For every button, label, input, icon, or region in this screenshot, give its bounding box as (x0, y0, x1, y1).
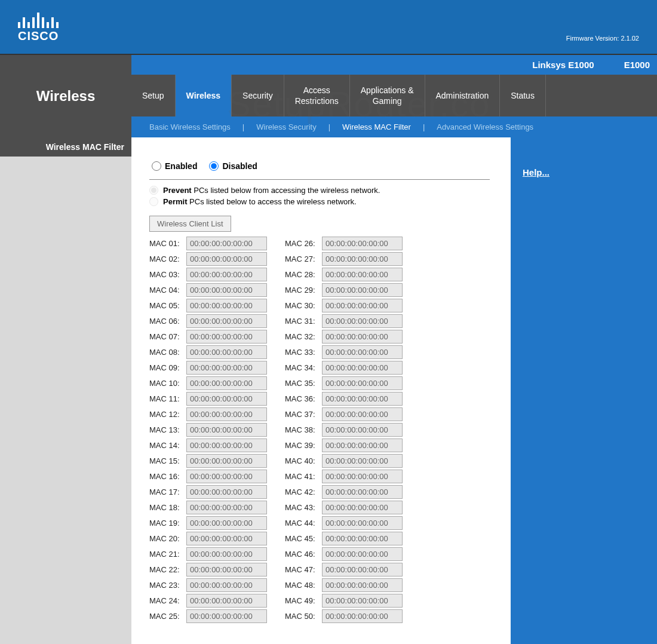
disabled-radio[interactable] (209, 161, 219, 171)
mac-entry: MAC 15: (149, 454, 267, 468)
mac-label: MAC 13: (149, 425, 186, 434)
mac-input-2[interactable] (186, 252, 267, 266)
mac-input-16[interactable] (186, 470, 267, 483)
mac-input-50[interactable] (322, 609, 403, 623)
subtab-wireless-mac-filter[interactable]: Wireless MAC Filter (335, 122, 418, 131)
disabled-label[interactable]: Disabled (222, 161, 257, 171)
mac-input-23[interactable] (186, 578, 267, 592)
mac-label: MAC 03: (149, 270, 186, 279)
mac-entry: MAC 18: (149, 501, 267, 514)
mac-input-20[interactable] (186, 532, 267, 545)
mac-label: MAC 26: (285, 239, 322, 248)
mac-input-15[interactable] (186, 454, 267, 468)
mac-input-44[interactable] (322, 516, 403, 530)
permit-radio[interactable] (149, 197, 158, 206)
tab-wireless[interactable]: Wireless (176, 75, 232, 116)
mac-input-29[interactable] (322, 283, 403, 297)
mac-input-49[interactable] (322, 594, 403, 608)
mac-input-27[interactable] (322, 252, 403, 266)
mac-input-46[interactable] (322, 547, 403, 561)
tab-access-restrictions[interactable]: AccessRestrictions (284, 75, 350, 116)
mac-label: MAC 47: (285, 565, 322, 574)
mac-input-18[interactable] (186, 501, 267, 514)
mac-input-28[interactable] (322, 268, 403, 281)
mac-entry: MAC 09: (149, 361, 267, 375)
mac-input-7[interactable] (186, 330, 267, 344)
subtab-basic-wireless-settings[interactable]: Basic Wireless Settings (142, 122, 238, 131)
mac-label: MAC 32: (285, 332, 322, 341)
mac-input-45[interactable] (322, 532, 403, 545)
mac-input-25[interactable] (186, 609, 267, 623)
mac-input-1[interactable] (186, 237, 267, 250)
subtab-advanced-wireless-settings[interactable]: Advanced Wireless Settings (429, 122, 541, 131)
mac-input-4[interactable] (186, 283, 267, 297)
help-link[interactable]: Help... (523, 167, 549, 177)
mac-input-33[interactable] (322, 345, 403, 359)
mac-entry: MAC 10: (149, 376, 267, 390)
model-name: Linksys E1000 (532, 60, 594, 70)
mac-label: MAC 33: (285, 348, 322, 357)
mac-input-42[interactable] (322, 485, 403, 499)
subtab-wireless-security[interactable]: Wireless Security (249, 122, 323, 131)
tab-setup[interactable]: Setup (131, 75, 176, 116)
mac-entry: MAC 25: (149, 609, 267, 623)
mac-entry: MAC 38: (285, 423, 403, 437)
tab-status[interactable]: Status (500, 75, 546, 116)
mac-entry: MAC 17: (149, 485, 267, 499)
prevent-radio[interactable] (149, 186, 158, 195)
mac-input-38[interactable] (322, 423, 403, 437)
mac-entry: MAC 16: (149, 470, 267, 483)
mac-input-10[interactable] (186, 376, 267, 390)
mac-input-39[interactable] (322, 438, 403, 452)
mac-label: MAC 30: (285, 301, 322, 310)
mac-input-17[interactable] (186, 485, 267, 499)
prevent-label: Prevent PCs listed below from accessing … (163, 186, 380, 195)
mac-label: MAC 43: (285, 503, 322, 512)
enabled-label[interactable]: Enabled (165, 161, 197, 171)
mac-input-5[interactable] (186, 299, 267, 312)
mac-label: MAC 29: (285, 286, 322, 295)
enabled-radio[interactable] (152, 161, 161, 171)
wireless-client-list-button[interactable]: Wireless Client List (149, 216, 231, 232)
mac-input-31[interactable] (322, 314, 403, 328)
mac-input-14[interactable] (186, 438, 267, 452)
mac-input-9[interactable] (186, 361, 267, 375)
mac-input-30[interactable] (322, 299, 403, 312)
mac-entry: MAC 04: (149, 283, 267, 297)
mac-input-24[interactable] (186, 594, 267, 608)
mac-input-26[interactable] (322, 237, 403, 250)
tab-applications-gaming[interactable]: Applications &Gaming (350, 75, 425, 116)
mac-input-21[interactable] (186, 547, 267, 561)
tab-administration[interactable]: Administration (425, 75, 501, 116)
mac-input-8[interactable] (186, 345, 267, 359)
divider (149, 179, 490, 180)
mac-input-19[interactable] (186, 516, 267, 530)
mac-label: MAC 04: (149, 286, 186, 295)
mac-label: MAC 23: (149, 581, 186, 590)
mac-input-37[interactable] (322, 407, 403, 421)
mac-input-35[interactable] (322, 376, 403, 390)
mac-entry: MAC 21: (149, 547, 267, 561)
mac-entry: MAC 41: (285, 470, 403, 483)
nav-row: Wireless Linksys E1000 E1000 SetupWirele… (0, 54, 657, 137)
mac-input-22[interactable] (186, 563, 267, 576)
mac-input-41[interactable] (322, 470, 403, 483)
mac-label: MAC 25: (149, 612, 186, 621)
mac-input-34[interactable] (322, 361, 403, 375)
mac-input-3[interactable] (186, 268, 267, 281)
mac-input-32[interactable] (322, 330, 403, 344)
mac-entry: MAC 49: (285, 594, 403, 608)
mac-input-12[interactable] (186, 407, 267, 421)
mac-input-11[interactable] (186, 392, 267, 406)
mac-input-47[interactable] (322, 563, 403, 576)
sidebar-section-label: Wireless MAC Filter (0, 137, 131, 157)
mac-input-40[interactable] (322, 454, 403, 468)
mac-entry: MAC 43: (285, 501, 403, 514)
mac-input-6[interactable] (186, 314, 267, 328)
mac-input-13[interactable] (186, 423, 267, 437)
mac-input-43[interactable] (322, 501, 403, 514)
mac-input-48[interactable] (322, 578, 403, 592)
tab-security[interactable]: Security (232, 75, 284, 116)
mac-input-36[interactable] (322, 392, 403, 406)
model-code: E1000 (624, 60, 650, 70)
